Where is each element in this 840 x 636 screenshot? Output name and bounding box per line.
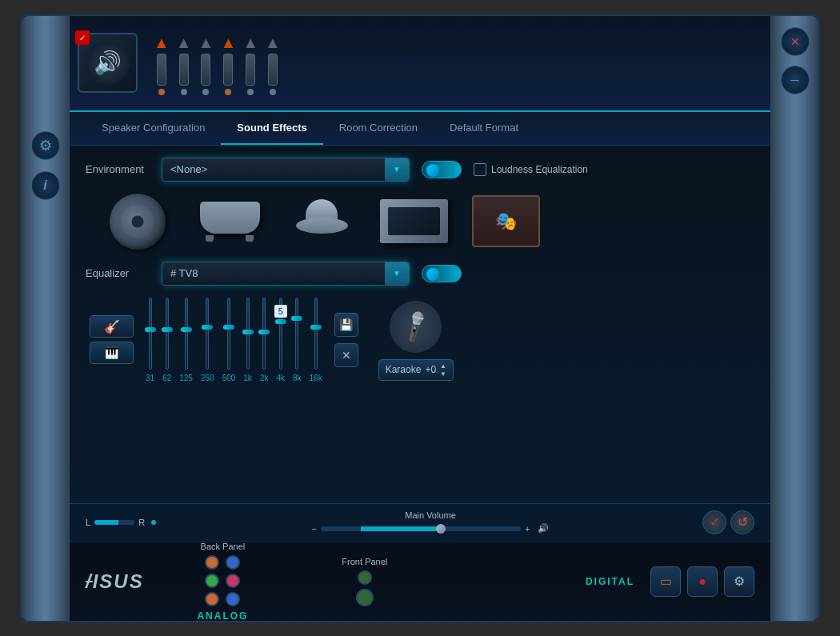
environment-dropdown[interactable]: <None> ▼ [162, 158, 410, 182]
tab-default-format[interactable]: Default Format [434, 112, 534, 145]
front-panel-section: Front Panel [302, 557, 427, 606]
digital-icon-1[interactable]: ▭ [650, 566, 681, 597]
pin-2: ▲ [176, 34, 192, 95]
tab-sound-effects[interactable]: Sound Effects [221, 112, 322, 145]
pin-4: ▲ [220, 34, 236, 95]
nav-tabs: Speaker Configuration Sound Effects Room… [70, 112, 770, 146]
env-icon-bathtub[interactable] [194, 194, 266, 250]
eq-actions: 💾 ✕ [334, 313, 358, 367]
mic-icon-area: 🎤 [390, 299, 442, 355]
tab-speaker-configuration[interactable]: Speaker Configuration [86, 112, 221, 145]
environment-toggle[interactable] [422, 161, 462, 178]
volume-section: L R Main Volume − + 🔊 ✓ [70, 503, 770, 541]
volume-action-icons: ✓ ↺ [702, 510, 754, 534]
karaoke-down-button[interactable]: ▼ [440, 370, 446, 378]
volume-lr-controls: L R [86, 518, 158, 527]
pin-arrow-6: ▲ [265, 34, 281, 52]
eq-label-4k: 4k [276, 374, 285, 382]
back-jack-6[interactable] [226, 592, 240, 606]
eq-thumb-1k [242, 330, 254, 334]
eq-label-62: 62 [162, 374, 171, 382]
eq-slider-125[interactable] [185, 298, 188, 370]
back-panel-jacks-row2 [205, 574, 240, 588]
front-jack-1[interactable] [358, 570, 372, 585]
back-jack-4[interactable] [226, 574, 240, 588]
eq-slider-31[interactable] [149, 298, 152, 370]
back-panel-section: Back Panel ANALOG [160, 542, 286, 622]
loudness-checkbox-group[interactable]: Loudness Equalization [474, 163, 588, 176]
eq-thumb-31 [145, 327, 156, 332]
toggle-knob [426, 164, 439, 177]
loudness-checkbox[interactable] [474, 163, 486, 176]
eq-slider-1k[interactable] [246, 298, 250, 370]
settings-icon-btn[interactable]: ⚙ [724, 566, 754, 597]
equalizer-preset-value: # TV8 [170, 267, 198, 279]
eq-toggle-knob [426, 268, 439, 281]
eq-save-button[interactable]: 💾 [334, 313, 358, 337]
karaoke-up-button[interactable]: ▲ [440, 362, 446, 370]
settings-button[interactable]: ⚙ [31, 131, 60, 160]
back-jack-1[interactable] [205, 555, 219, 570]
tab-room-correction[interactable]: Room Correction [323, 112, 434, 145]
ufo-dome [306, 199, 338, 219]
eq-delete-button[interactable]: ✕ [334, 343, 358, 367]
speaker-icon: 🔊 [86, 41, 130, 85]
main-volume-slider[interactable] [321, 526, 521, 531]
vol-l-slider[interactable] [94, 520, 134, 525]
env-icon-stage[interactable] [378, 194, 450, 250]
volume-check-button[interactable]: ✓ [702, 510, 726, 534]
info-button[interactable]: i [31, 171, 60, 200]
preset-guitar-button[interactable]: 🎸 [90, 315, 134, 338]
eq-slider-62[interactable] [166, 298, 169, 370]
minimize-button[interactable]: ─ [781, 66, 810, 94]
back-jack-2[interactable] [226, 555, 240, 570]
pin-3: ▲ [198, 34, 214, 95]
equalizer-label: Equalizer [86, 267, 150, 279]
pin-arrow-4: ▲ [220, 34, 236, 52]
ufo-body [296, 218, 348, 234]
eq-slider-8k[interactable] [295, 298, 298, 370]
eq-dropdown-arrow-icon: ▼ [385, 262, 409, 285]
eq-slider-4k[interactable]: 5 [279, 298, 282, 370]
eq-slider-2k[interactable] [262, 298, 266, 370]
main-panel: Environment <None> ▼ Loudness Equalizati… [70, 146, 770, 503]
eq-thumb-500 [223, 325, 234, 330]
vol-r-indicator [151, 520, 156, 525]
asus-logo: /ISUS [86, 570, 144, 593]
volume-reset-button[interactable]: ↺ [730, 510, 754, 534]
connector-pins: ▲ ▲ ▲ ▲ [146, 31, 289, 95]
eq-label-2k: 2k [260, 374, 269, 382]
eq-thumb-62 [162, 327, 173, 332]
front-jack-2[interactable] [356, 589, 374, 606]
equalizer-toggle[interactable] [422, 265, 462, 282]
karaoke-label: Karaoke [386, 364, 422, 375]
eq-band-2k: 2k [260, 298, 269, 382]
eq-slider-16k[interactable] [314, 298, 318, 370]
pin-jack-4 [223, 54, 233, 86]
content-area: ✓ 🔊 ▲ ▲ ▲ [70, 16, 770, 621]
save-icon: 💾 [339, 318, 353, 331]
eq-slider-250[interactable] [206, 298, 209, 370]
karaoke-value: +0 [425, 364, 436, 375]
eq-slider-500[interactable] [227, 298, 230, 370]
equalizer-dropdown[interactable]: # TV8 ▼ [162, 262, 410, 286]
preset-piano-button[interactable]: 🎹 [90, 342, 134, 364]
back-panel-jacks-row3 [205, 592, 240, 606]
env-icon-ufo[interactable] [286, 194, 358, 250]
env-icon-disc[interactable] [102, 194, 174, 250]
digital-icon-2[interactable]: ● [687, 566, 718, 597]
bottom-bar: /ISUS Back Panel ANALOG Fr [70, 541, 770, 621]
check-badge: ✓ [75, 30, 90, 45]
eq-band-62: 62 [162, 298, 171, 382]
env-icon-theater[interactable]: 🎭 [470, 194, 542, 250]
close-button[interactable]: ✕ [781, 27, 810, 56]
karaoke-spinbox[interactable]: ▲ ▼ [440, 362, 446, 378]
eq-sliders-area: 31 62 125 [146, 298, 322, 382]
eq-band-125: 125 [179, 298, 193, 382]
back-jack-3[interactable] [205, 574, 219, 588]
eq-label-125: 125 [179, 374, 193, 382]
back-jack-5[interactable] [205, 592, 219, 606]
main-volume-label: Main Volume [405, 510, 456, 520]
pin-1: ▲ [154, 34, 170, 95]
eq-band-4k: 5 4k [276, 298, 285, 382]
